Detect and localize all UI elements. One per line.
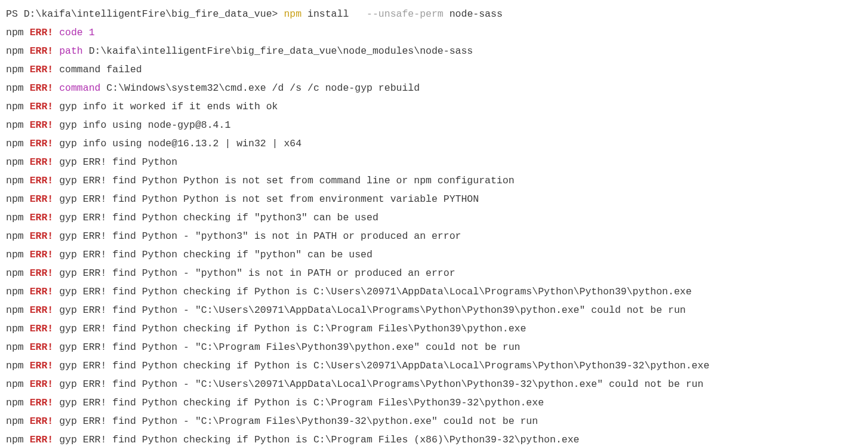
error-line: npm ERR! code 1 <box>6 23 862 42</box>
error-line: npm ERR! gyp ERR! find Python - "C:\User… <box>6 301 862 319</box>
err-label: ERR! <box>30 397 54 408</box>
npm-prefix: npm <box>6 82 24 94</box>
npm-command: npm <box>284 8 301 20</box>
err-message: gyp ERR! find Python checking if Python … <box>59 286 691 297</box>
err-label: ERR! <box>30 249 54 260</box>
error-line: npm ERR! gyp ERR! find Python - "C:\Prog… <box>6 412 862 430</box>
error-line: npm ERR! gyp ERR! find Python checking i… <box>6 282 862 301</box>
err-message: D:\kaifa\intelligentFire\big_fire_data_v… <box>89 45 473 57</box>
err-message: gyp info using node@16.13.2 | win32 | x6… <box>59 138 301 149</box>
error-line: npm ERR! gyp ERR! find Python checking i… <box>6 245 862 264</box>
npm-prefix: npm <box>6 360 24 371</box>
err-keyword: code <box>59 27 83 38</box>
error-line: npm ERR! gyp info using node@16.13.2 | w… <box>6 134 862 153</box>
prompt-line: PS D:\kaifa\intelligentFire\big_fire_dat… <box>6 5 862 23</box>
npm-prefix: npm <box>6 249 24 260</box>
npm-prefix: npm <box>6 434 24 445</box>
error-line: npm ERR! gyp ERR! find Python checking i… <box>6 319 862 338</box>
err-label: ERR! <box>30 434 54 445</box>
error-line: npm ERR! gyp ERR! find Python checking i… <box>6 430 862 446</box>
error-line: npm ERR! gyp ERR! find Python checking i… <box>6 356 862 375</box>
error-line: npm ERR! gyp ERR! find Python checking i… <box>6 393 862 412</box>
err-message: gyp ERR! find Python checking if Python … <box>59 397 544 408</box>
error-line: npm ERR! gyp ERR! find Python - "C:\User… <box>6 375 862 393</box>
err-label: ERR! <box>30 379 54 390</box>
err-label: ERR! <box>30 175 54 186</box>
err-label: ERR! <box>30 138 54 149</box>
err-message: gyp ERR! find Python checking if "python… <box>59 249 373 260</box>
err-message: 1 <box>89 27 95 38</box>
error-line: npm ERR! gyp info using node-gyp@8.4.1 <box>6 116 862 134</box>
flag-unsafe-perm: --unsafe-perm <box>367 8 444 20</box>
npm-prefix: npm <box>6 101 24 112</box>
npm-prefix: npm <box>6 304 24 316</box>
err-message: gyp ERR! find Python <box>59 156 177 168</box>
error-line: npm ERR! gyp ERR! find Python - "C:\Prog… <box>6 338 862 356</box>
npm-prefix: npm <box>6 175 24 186</box>
err-label: ERR! <box>30 82 54 94</box>
package-name: node-sass <box>450 8 503 20</box>
npm-prefix: npm <box>6 212 24 223</box>
err-label: ERR! <box>30 360 54 371</box>
terminal-output[interactable]: PS D:\kaifa\intelligentFire\big_fire_dat… <box>6 5 862 446</box>
npm-prefix: npm <box>6 230 24 242</box>
err-message: gyp ERR! find Python - "python3" is not … <box>59 230 461 242</box>
err-message: gyp ERR! find Python Python is not set f… <box>59 193 479 205</box>
err-label: ERR! <box>30 286 54 297</box>
err-message: gyp ERR! find Python checking if "python… <box>59 212 378 223</box>
err-label: ERR! <box>30 416 54 427</box>
npm-prefix: npm <box>6 342 24 353</box>
error-line: npm ERR! gyp ERR! find Python Python is … <box>6 190 862 208</box>
npm-prefix: npm <box>6 27 24 38</box>
error-line: npm ERR! gyp info it worked if it ends w… <box>6 97 862 116</box>
err-label: ERR! <box>30 101 54 112</box>
err-message: gyp ERR! find Python - "C:\Users\20971\A… <box>59 379 703 390</box>
err-label: ERR! <box>30 193 54 205</box>
error-line: npm ERR! gyp ERR! find Python Python is … <box>6 171 862 190</box>
err-label: ERR! <box>30 267 54 279</box>
npm-prefix: npm <box>6 416 24 427</box>
err-label: ERR! <box>30 156 54 168</box>
npm-prefix: npm <box>6 119 24 131</box>
npm-prefix: npm <box>6 286 24 297</box>
error-line: npm ERR! command failed <box>6 60 862 79</box>
err-message: gyp ERR! find Python - "C:\Program Files… <box>59 342 520 353</box>
err-message: command failed <box>59 64 142 75</box>
err-keyword: path <box>59 45 83 57</box>
npm-prefix: npm <box>6 379 24 390</box>
npm-prefix: npm <box>6 267 24 279</box>
err-message: gyp ERR! find Python - "python" is not i… <box>59 267 455 279</box>
error-line: npm ERR! gyp ERR! find Python - "python3… <box>6 227 862 245</box>
npm-prefix: npm <box>6 64 24 75</box>
err-message: C:\Windows\system32\cmd.exe /d /s /c nod… <box>106 82 420 94</box>
err-label: ERR! <box>30 64 54 75</box>
err-message: gyp info it worked if it ends with ok <box>59 101 278 112</box>
error-lines-container: npm ERR! code 1npm ERR! path D:\kaifa\in… <box>6 23 862 446</box>
err-message: gyp ERR! find Python checking if Python … <box>59 360 709 371</box>
err-message: gyp ERR! find Python - "C:\Users\20971\A… <box>59 304 686 316</box>
error-line: npm ERR! gyp ERR! find Python <box>6 153 862 171</box>
error-line: npm ERR! path D:\kaifa\intelligentFire\b… <box>6 42 862 60</box>
npm-prefix: npm <box>6 45 24 57</box>
install-subcommand: install <box>307 8 349 20</box>
err-label: ERR! <box>30 27 54 38</box>
error-line: npm ERR! command C:\Windows\system32\cmd… <box>6 79 862 97</box>
npm-prefix: npm <box>6 138 24 149</box>
ps-prompt: PS D:\kaifa\intelligentFire\big_fire_dat… <box>6 8 278 20</box>
err-label: ERR! <box>30 212 54 223</box>
err-message: gyp ERR! find Python checking if Python … <box>59 323 526 334</box>
err-label: ERR! <box>30 119 54 131</box>
npm-prefix: npm <box>6 397 24 408</box>
err-keyword: command <box>59 82 100 94</box>
err-message: gyp ERR! find Python checking if Python … <box>59 434 579 445</box>
err-label: ERR! <box>30 304 54 316</box>
err-label: ERR! <box>30 230 54 242</box>
err-message: gyp info using node-gyp@8.4.1 <box>59 119 230 131</box>
err-label: ERR! <box>30 342 54 353</box>
error-line: npm ERR! gyp ERR! find Python checking i… <box>6 208 862 227</box>
error-line: npm ERR! gyp ERR! find Python - "python"… <box>6 264 862 282</box>
err-label: ERR! <box>30 323 54 334</box>
npm-prefix: npm <box>6 156 24 168</box>
err-message: gyp ERR! find Python Python is not set f… <box>59 175 514 186</box>
npm-prefix: npm <box>6 193 24 205</box>
